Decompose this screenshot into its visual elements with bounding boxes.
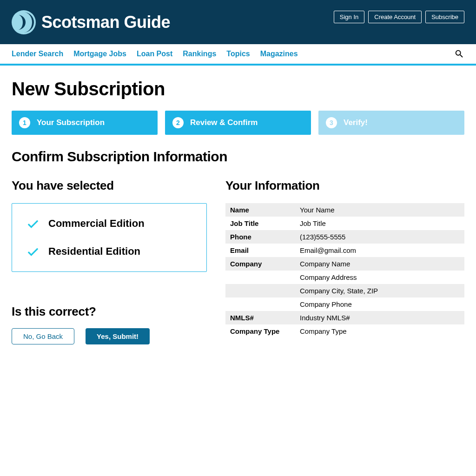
info-label: Job Title — [225, 217, 295, 230]
table-row: Phone(123)555-5555 — [225, 230, 464, 244]
step-your-subscription[interactable]: 1 Your Subscription — [12, 111, 158, 135]
info-value: (123)555-5555 — [295, 230, 464, 244]
info-value: Company Name — [295, 257, 464, 271]
go-back-button[interactable]: No, Go Back — [12, 328, 74, 344]
info-label: Company — [225, 257, 295, 271]
info-label: Company Type — [225, 324, 295, 338]
info-label — [225, 271, 295, 284]
confirm-heading: Is this correct? — [12, 304, 207, 319]
progress-steps: 1 Your Subscription 2 Review & Confirm 3… — [12, 111, 464, 135]
info-label: Email — [225, 244, 295, 257]
info-label: NMLS# — [225, 311, 295, 324]
check-icon — [26, 217, 40, 231]
top-header: Scotsman Guide Sign In Create Account Su… — [0, 0, 476, 44]
left-column: You have selected Commercial Edition Res… — [12, 178, 207, 344]
selection-label: Residential Edition — [48, 245, 140, 258]
scotsman-logo-icon — [12, 10, 36, 34]
create-account-button[interactable]: Create Account — [368, 11, 422, 23]
check-icon — [26, 245, 40, 258]
confirm-buttons: No, Go Back Yes, Submit! — [12, 328, 207, 344]
table-row: Company Phone — [225, 298, 464, 311]
selected-heading: You have selected — [12, 178, 207, 193]
info-table: NameYour Name Job TitleJob Title Phone(1… — [225, 203, 464, 338]
brand-name: Scotsman Guide — [41, 13, 170, 32]
table-row: Company Address — [225, 271, 464, 284]
selection-item: Residential Edition — [26, 245, 192, 258]
table-row: Job TitleJob Title — [225, 217, 464, 230]
right-column: Your Information NameYour Name Job Title… — [225, 178, 464, 344]
step-label: Your Subscription — [37, 118, 105, 127]
step-number: 1 — [19, 117, 30, 128]
step-label: Review & Confirm — [190, 118, 258, 127]
info-value: Job Title — [295, 217, 464, 230]
sign-in-button[interactable]: Sign In — [334, 11, 364, 23]
info-label — [225, 284, 295, 298]
section-title: Confirm Subscription Information — [12, 149, 464, 165]
search-icon[interactable] — [454, 49, 464, 59]
selection-item: Commercial Edition — [26, 217, 192, 231]
header-actions: Sign In Create Account Subscribe — [334, 11, 464, 23]
nav-loan-post[interactable]: Loan Post — [137, 50, 172, 58]
info-heading: Your Information — [225, 178, 464, 193]
subscribe-button[interactable]: Subscribe — [425, 11, 464, 23]
nav-lender-search[interactable]: Lender Search — [12, 50, 63, 58]
submit-button[interactable]: Yes, Submit! — [86, 328, 150, 344]
info-value: Company Type — [295, 324, 464, 338]
step-label: Verify! — [344, 118, 368, 127]
info-value: Your Name — [295, 203, 464, 217]
nav-mortgage-jobs[interactable]: Mortgage Jobs — [73, 50, 126, 58]
nav-links: Lender Search Mortgage Jobs Loan Post Ra… — [12, 50, 298, 58]
confirm-section: Is this correct? No, Go Back Yes, Submit… — [12, 304, 207, 344]
table-row: EmailEmail@gmail.com — [225, 244, 464, 257]
step-review-confirm[interactable]: 2 Review & Confirm — [165, 111, 311, 135]
info-label: Name — [225, 203, 295, 217]
nav-topics[interactable]: Topics — [226, 50, 250, 58]
selection-label: Commercial Edition — [48, 218, 145, 230]
info-label — [225, 298, 295, 311]
info-value: Industry NMLS# — [295, 311, 464, 324]
info-label: Phone — [225, 230, 295, 244]
info-value: Email@gmail.com — [295, 244, 464, 257]
step-verify[interactable]: 3 Verify! — [318, 111, 464, 135]
main-nav: Lender Search Mortgage Jobs Loan Post Ra… — [0, 44, 476, 66]
step-number: 3 — [326, 117, 337, 128]
info-value: Company Address — [295, 271, 464, 284]
info-value: Company City, State, ZIP — [295, 284, 464, 298]
content-columns: You have selected Commercial Edition Res… — [12, 178, 464, 344]
main-content: New Subscription 1 Your Subscription 2 R… — [0, 66, 476, 357]
table-row: Company TypeCompany Type — [225, 324, 464, 338]
table-row: NMLS#Industry NMLS# — [225, 311, 464, 324]
selection-box: Commercial Edition Residential Edition — [12, 203, 207, 272]
nav-magazines[interactable]: Magazines — [260, 50, 298, 58]
nav-rankings[interactable]: Rankings — [183, 50, 216, 58]
step-number: 2 — [172, 117, 184, 128]
table-row: NameYour Name — [225, 203, 464, 217]
info-value: Company Phone — [295, 298, 464, 311]
page-title: New Subscription — [12, 79, 464, 99]
table-row: Company City, State, ZIP — [225, 284, 464, 298]
table-row: CompanyCompany Name — [225, 257, 464, 271]
brand-logo[interactable]: Scotsman Guide — [12, 10, 170, 34]
